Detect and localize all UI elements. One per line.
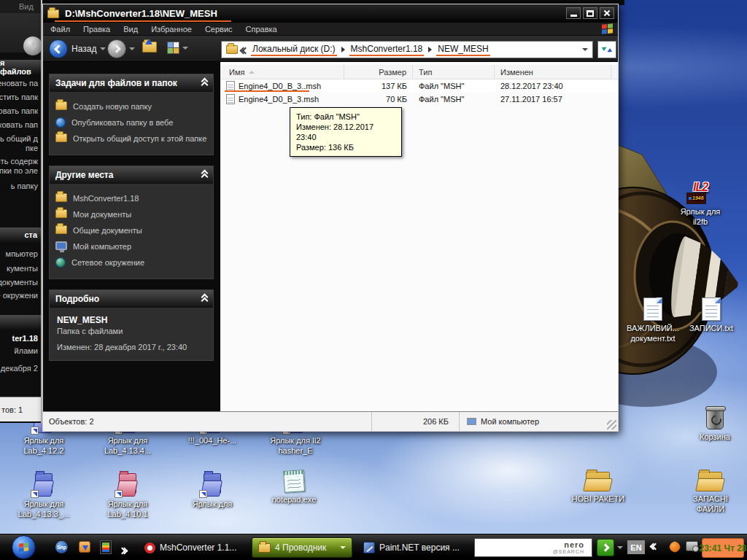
place-my-documents[interactable]: Мои документы (55, 210, 207, 219)
bg-task-item[interactable]: ить содерж (0, 157, 38, 166)
close-button[interactable] (600, 7, 614, 19)
tray-utility-icon[interactable] (686, 541, 698, 551)
minimize-button[interactable] (566, 7, 581, 19)
taskbar-button-paintnet[interactable]: Paint.NET версия ... (357, 537, 471, 558)
collapse-chevron-icon[interactable] (202, 80, 207, 86)
desktop-icon-novi-rakety[interactable]: НОВІ РАКЕТИ (559, 470, 638, 504)
forward-button-icon[interactable] (23, 36, 42, 55)
desktop-icon-zapysy-txt[interactable]: ЗАПИСИ.txt (673, 298, 747, 333)
bg-details-kind: йлами (15, 346, 38, 355)
place-network[interactable]: Сетевое окружение (55, 258, 207, 268)
tooltip-modified: Изменен: 28.12.2017 23:40 (296, 122, 395, 142)
back-dropdown-icon[interactable] (100, 47, 106, 50)
bg-task-item[interactable]: еновать па (0, 79, 38, 88)
bg-panel-header[interactable]: я файлов (0, 60, 41, 74)
icon-label: Ярлык для (172, 499, 252, 509)
file-row-engine4-d0-b-3-dot[interactable]: Engine4_D0_B_3..msh 137 КБ Файл "MSH" 28… (220, 79, 618, 93)
taskbar-button-mshconverter[interactable]: MshConverter 1.1... (139, 537, 247, 558)
quicklaunch-overflow-icon[interactable] (121, 543, 125, 556)
bg-task-item[interactable]: ковать пап (0, 120, 38, 129)
bg-panel-header[interactable] (0, 315, 41, 330)
desktop-icon-lab-4-10-1[interactable]: Ярлык для Lab_4.10.1 (88, 470, 168, 519)
task-label: 4 Проводник (275, 542, 326, 553)
views-button[interactable] (167, 42, 188, 54)
menu-tools[interactable]: Сервис (205, 25, 233, 34)
back-button[interactable]: Назад (49, 39, 106, 58)
place-shared-documents[interactable]: Общие документы (55, 226, 207, 236)
address-bar[interactable]: Локальный диск (D:) MshConverter1.18 NEW… (221, 41, 593, 58)
place-mshconverter[interactable]: MshConverter1.18 (55, 194, 207, 203)
file-size: 137 КБ (344, 82, 413, 90)
desktop-icon-lab-4-09[interactable]: Ярлык для (172, 470, 252, 509)
forward-dropdown-icon[interactable] (129, 47, 135, 50)
panel-header-file-tasks[interactable]: Задачи для файлов и папок (50, 74, 213, 92)
breadcrumb-drive[interactable]: Локальный диск (D:) (251, 44, 337, 56)
task-share-folder[interactable]: Открыть общий доступ к этой папке (55, 134, 207, 144)
address-chevrons-icon[interactable] (242, 43, 247, 56)
desktop-icon-notepad[interactable]: notepad.exe (254, 470, 334, 505)
file-row-engine4-d0-b-3[interactable]: Engine4_D0_B_3.msh 70 КБ Файл "MSH" 27.1… (220, 93, 618, 106)
column-header-name[interactable]: Имя (220, 65, 344, 79)
collapse-chevron-icon[interactable] (202, 296, 207, 302)
icon-label: notepad.exe (254, 494, 334, 505)
bg-task-item[interactable]: пки по эле (0, 166, 38, 175)
menu-view[interactable]: Вид (123, 25, 138, 34)
desktop-icon-zapasni-faily[interactable]: ЗАПАСНІ ФАЙЛИ (673, 470, 747, 514)
text-document-icon (643, 298, 662, 321)
breadcrumb-mshconverter[interactable]: MshConverter1.18 (349, 44, 425, 56)
bg-task-item[interactable]: пке (26, 144, 38, 152)
taskbar-button-explorer-group[interactable]: 4 Проводник (252, 537, 352, 558)
address-dropdown-icon[interactable] (582, 48, 588, 51)
place-my-computer[interactable]: Мой компьютер (55, 242, 207, 252)
desktop-icon-il2fb[interactable]: IL2 1946 Ярлык для il2fb (662, 182, 738, 227)
search-dropdown-icon[interactable] (617, 546, 623, 549)
bg-panel-header[interactable]: ста (0, 228, 41, 242)
quicklaunch-snp-icon[interactable]: Snp (55, 541, 68, 553)
background-explorer-window[interactable]: Вид я файлов еновать па стить папк овать… (0, 0, 42, 423)
status-location: Мой компьютер (481, 417, 539, 426)
views-dropdown-icon[interactable] (182, 47, 188, 50)
bg-place-item[interactable]: кументы (7, 264, 38, 273)
column-header-size[interactable]: Размер (344, 65, 413, 79)
language-indicator[interactable]: EN (627, 540, 645, 554)
bg-place-item[interactable]: документы (0, 278, 38, 287)
forward-button[interactable] (107, 39, 135, 58)
desktop-icon-recycle-bin[interactable]: Корзина (678, 408, 747, 442)
column-header-type[interactable]: Тип (413, 65, 495, 79)
bg-task-item[interactable]: овать папк (0, 106, 38, 115)
task-publish-web[interactable]: Опубликовать папку в вебе (55, 118, 207, 128)
menu-file[interactable]: Файл (50, 25, 70, 34)
panel-header-other-places[interactable]: Другие места (50, 166, 213, 184)
quicklaunch-download-icon[interactable] (79, 541, 90, 553)
bg-task-item[interactable]: стить папк (0, 93, 38, 101)
bg-place-item[interactable]: е окружени (0, 291, 38, 300)
group-dropdown-icon[interactable] (340, 546, 346, 549)
bg-task-item[interactable]: ь папку (11, 182, 38, 190)
menu-edit[interactable]: Правка (83, 25, 110, 34)
bg-task-item[interactable]: ь общий д (0, 134, 38, 143)
recycle-bin-icon (706, 408, 724, 429)
menu-favorites[interactable]: Избранное (151, 25, 192, 34)
desktop-icon-lab-4-13-3[interactable]: Ярлык для Lab_4.13.3_... (4, 470, 84, 519)
up-button[interactable] (142, 42, 157, 52)
column-header-modified[interactable]: Изменен (495, 65, 611, 79)
resize-grip[interactable] (607, 420, 616, 429)
address-folder-icon (226, 45, 238, 54)
maximize-button[interactable] (583, 7, 597, 19)
panel-header-details[interactable]: Подробно (50, 290, 213, 308)
start-button[interactable] (12, 535, 36, 559)
quicklaunch-media-icon[interactable] (101, 541, 111, 553)
nero-search-input[interactable]: nero @SEARCH (474, 538, 592, 557)
task-create-folder[interactable]: Создать новую папку (55, 102, 207, 112)
collapse-chevron-icon[interactable] (202, 172, 207, 178)
bg-place-item[interactable]: мпьютер (6, 249, 38, 258)
avast-tray-icon[interactable] (668, 540, 681, 553)
msh-file-icon (226, 94, 235, 104)
taskbar-clock[interactable]: 23:41 Чт 28 (702, 538, 744, 558)
tray-collapse-icon[interactable] (652, 544, 657, 549)
search-go-button[interactable] (597, 539, 614, 556)
breadcrumb-new-mesh[interactable]: NEW_MESH (436, 44, 489, 56)
refresh-button[interactable] (597, 41, 616, 58)
menu-help[interactable]: Справка (246, 25, 277, 34)
bg-menu-item[interactable]: Вид (19, 2, 34, 11)
